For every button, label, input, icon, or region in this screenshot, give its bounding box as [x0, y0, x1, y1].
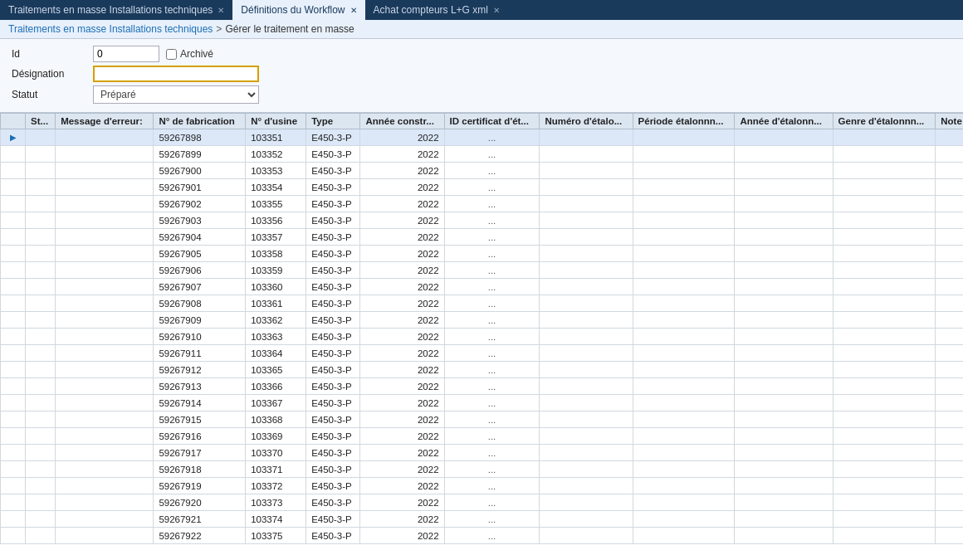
table-row[interactable]: 59267901103354E450-3-P2022...: [1, 179, 964, 196]
table-row[interactable]: 59267902103355E450-3-P2022...: [1, 196, 964, 212]
col-header-msg[interactable]: Message d'erreur:: [56, 114, 154, 129]
row-note: [936, 428, 963, 445]
col-header-annee2[interactable]: Année d'étalonn...: [735, 114, 833, 129]
tab-workflow-close-icon[interactable]: ✕: [350, 6, 357, 15]
col-header-annee[interactable]: Année constr...: [360, 114, 444, 129]
col-header-type[interactable]: Type: [306, 114, 360, 129]
table-row[interactable]: 59267900103353E450-3-P2022...: [1, 163, 964, 179]
row-num: [540, 428, 633, 445]
col-header-usine[interactable]: N° d'usine: [246, 114, 306, 129]
row-num: [540, 494, 633, 511]
table-row[interactable]: 59267915103368E450-3-P2022...: [1, 411, 964, 428]
row-usine: 103355: [246, 196, 306, 212]
table-row[interactable]: 59267912103365E450-3-P2022...: [1, 362, 964, 378]
table-row[interactable]: 59267909103362E450-3-P2022...: [1, 312, 964, 329]
row-annee: 2022: [360, 279, 444, 295]
form-row-statut: Statut Préparé En cours Terminé Annulé: [12, 85, 951, 104]
tab-achat-close-icon[interactable]: ✕: [493, 6, 500, 15]
col-header-periode[interactable]: Période étalonnn...: [633, 114, 735, 129]
archive-checkbox[interactable]: [166, 49, 177, 60]
breadcrumb-link[interactable]: Traitements en masse Installations techn…: [8, 23, 213, 35]
tab-achat-label: Achat compteurs L+G xml: [374, 4, 488, 16]
row-annee: 2022: [360, 428, 444, 445]
row-num: [540, 445, 633, 461]
row-st: [26, 445, 56, 461]
row-usine: 103375: [246, 528, 306, 544]
table-row[interactable]: 59267917103370E450-3-P2022...: [1, 445, 964, 461]
table-row[interactable]: 59267904103357E450-3-P2022...: [1, 229, 964, 246]
row-st: [26, 395, 56, 411]
row-fab: 59267903: [154, 212, 246, 229]
table-row[interactable]: 59267906103359E450-3-P2022...: [1, 262, 964, 279]
row-num: [540, 528, 633, 544]
col-header-genre[interactable]: Genre d'étalonnn...: [833, 114, 936, 129]
row-usine: 103358: [246, 246, 306, 262]
table-row[interactable]: 59267920103373E450-3-P2022...: [1, 494, 964, 511]
col-header-st[interactable]: St...: [26, 114, 56, 129]
col-header-cert[interactable]: ID certificat d'ét...: [444, 114, 540, 129]
tab-workflow[interactable]: Définitions du Workflow ✕: [232, 0, 364, 20]
data-grid[interactable]: St... Message d'erreur: N° de fabricatio…: [0, 113, 963, 560]
id-input[interactable]: [93, 46, 159, 62]
row-msg: [56, 212, 154, 229]
row-genre: [833, 428, 936, 445]
table-row[interactable]: 59267910103363E450-3-P2022...: [1, 329, 964, 345]
table-row[interactable]: 59267905103358E450-3-P2022...: [1, 246, 964, 262]
row-note: [936, 478, 963, 494]
table-row[interactable]: 59267914103367E450-3-P2022...: [1, 395, 964, 411]
table-row[interactable]: 59267922103375E450-3-P2022...: [1, 528, 964, 544]
col-header-note[interactable]: Note: [936, 114, 963, 129]
table-row[interactable]: 59267918103371E450-3-P2022...: [1, 461, 964, 478]
row-type: E450-3-P: [306, 229, 360, 246]
table-row[interactable]: 59267907103360E450-3-P2022...: [1, 279, 964, 295]
row-cert: ...: [444, 378, 540, 395]
row-cert: ...: [444, 146, 540, 163]
col-header-fab[interactable]: N° de fabrication: [154, 114, 246, 129]
row-fab: 59267902: [154, 196, 246, 212]
table-row[interactable]: 59267903103356E450-3-P2022...: [1, 212, 964, 229]
row-annee: 2022: [360, 312, 444, 329]
statut-select[interactable]: Préparé En cours Terminé Annulé: [93, 85, 259, 104]
row-annee: 2022: [360, 146, 444, 163]
row-usine: 103361: [246, 295, 306, 312]
row-num: [540, 461, 633, 478]
row-type: E450-3-P: [306, 478, 360, 494]
row-note: [936, 129, 963, 146]
row-note: [936, 196, 963, 212]
tab-installations[interactable]: Traitements en masse Installations techn…: [0, 0, 232, 20]
row-st: [26, 345, 56, 362]
row-type: E450-3-P: [306, 362, 360, 378]
table-row[interactable]: 59267921103374E450-3-P2022...: [1, 511, 964, 528]
col-header-num[interactable]: Numéro d'étalo...: [540, 114, 633, 129]
row-type: E450-3-P: [306, 494, 360, 511]
row-type: E450-3-P: [306, 511, 360, 528]
row-type: E450-3-P: [306, 461, 360, 478]
row-st: [26, 461, 56, 478]
table-row[interactable]: 59267919103372E450-3-P2022...: [1, 478, 964, 494]
row-st: [26, 262, 56, 279]
row-arrow-cell: [1, 295, 26, 312]
table-row[interactable]: 59267908103361E450-3-P2022...: [1, 295, 964, 312]
row-note: [936, 212, 963, 229]
row-usine: 103362: [246, 312, 306, 329]
row-usine: 103368: [246, 411, 306, 428]
table-row[interactable]: ▶59267898103351E450-3-P2022...: [1, 129, 964, 146]
table-row[interactable]: 59267899103352E450-3-P2022...: [1, 146, 964, 163]
row-fab: 59267921: [154, 511, 246, 528]
row-st: [26, 212, 56, 229]
table-row[interactable]: 59267916103369E450-3-P2022...: [1, 428, 964, 445]
table-row[interactable]: 59267913103366E450-3-P2022...: [1, 378, 964, 395]
row-type: E450-3-P: [306, 295, 360, 312]
tab-installations-close-icon[interactable]: ✕: [218, 6, 224, 15]
form-row-id: Id Archivé: [12, 46, 951, 62]
row-periode: [633, 511, 735, 528]
row-type: E450-3-P: [306, 445, 360, 461]
tab-achat[interactable]: Achat compteurs L+G xml ✕: [365, 0, 508, 20]
row-annee2: [735, 511, 833, 528]
row-usine: 103356: [246, 212, 306, 229]
designation-input[interactable]: [93, 66, 259, 82]
breadcrumb: Traitements en masse Installations techn…: [0, 20, 963, 39]
table-row[interactable]: 59267911103364E450-3-P2022...: [1, 345, 964, 362]
row-periode: [633, 312, 735, 329]
row-type: E450-3-P: [306, 329, 360, 345]
